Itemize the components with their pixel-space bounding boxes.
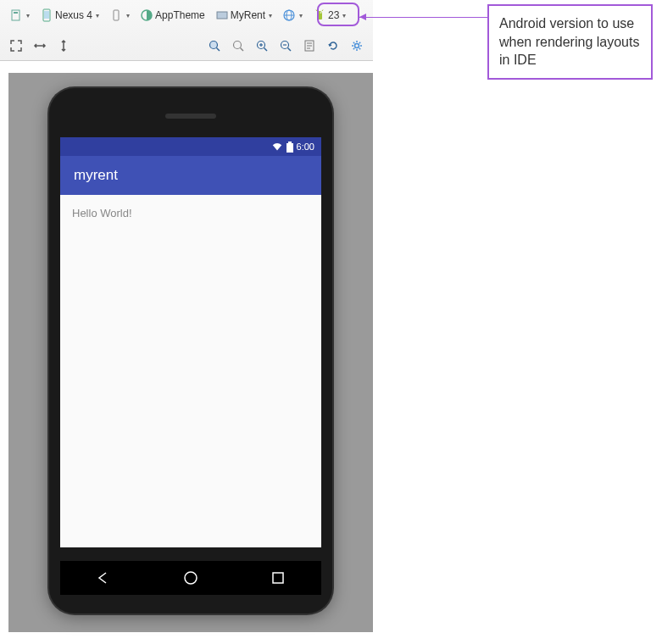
locale-selector[interactable]: ▾ <box>278 4 307 26</box>
device-screen: 6:00 myrent Hello World! <box>60 137 321 547</box>
document-lines-icon <box>303 39 316 53</box>
phone-speaker <box>165 114 216 119</box>
svg-rect-30 <box>286 143 293 153</box>
zoom-in-icon <box>255 39 269 53</box>
callout-connector-line <box>359 17 487 18</box>
app-action-bar: myrent <box>60 156 321 195</box>
svg-point-29 <box>355 44 359 48</box>
gear-icon <box>350 39 364 53</box>
svg-rect-1 <box>14 12 18 14</box>
orientation-icon <box>109 8 123 22</box>
zoom-out-button[interactable] <box>275 35 297 57</box>
chevron-down-icon: ▾ <box>96 12 99 19</box>
svg-point-11 <box>320 12 322 14</box>
svg-point-16 <box>234 42 242 49</box>
chevron-down-icon: ▾ <box>342 12 346 19</box>
zoom-controls-group <box>203 35 368 57</box>
zoom-fit-button[interactable] <box>5 35 27 57</box>
orientation-selector[interactable]: ▾ <box>105 4 134 26</box>
svg-line-13 <box>322 10 323 12</box>
zoom-actual-button[interactable] <box>203 35 225 57</box>
refresh-icon <box>326 39 340 53</box>
nav-recent-button[interactable] <box>268 568 288 588</box>
android-nav-bar <box>60 561 321 595</box>
zoom-vertical-button[interactable] <box>53 35 75 57</box>
arrows-horizontal-icon <box>33 39 47 53</box>
zoom-actual-icon <box>208 39 221 53</box>
callout-arrow-icon <box>359 14 366 20</box>
svg-line-17 <box>241 48 244 52</box>
device-frame: 6:00 myrent Hello World! <box>49 88 332 613</box>
api-label: 23 <box>328 9 339 21</box>
zoom-out-icon <box>279 39 292 53</box>
zoom-horizontal-button[interactable] <box>29 35 51 57</box>
zoom-in-button[interactable] <box>251 35 273 57</box>
chevron-down-icon: ▾ <box>26 12 30 19</box>
svg-rect-6 <box>217 12 227 19</box>
layout-preview-area: 6:00 myrent Hello World! <box>8 73 373 632</box>
device-selector[interactable]: Nexus 4 ▾ <box>36 4 103 26</box>
chevron-down-icon: ▾ <box>269 12 272 19</box>
app-content-area: Hello World! <box>60 195 321 231</box>
toolbar-row-1: ▾ Nexus 4 ▾ ▾ AppTheme <box>0 0 373 31</box>
refresh-button[interactable] <box>322 35 344 57</box>
app-title: myrent <box>74 167 118 184</box>
svg-rect-33 <box>273 573 283 583</box>
callout-text: Android version to use when rendering la… <box>499 16 639 67</box>
theme-selector[interactable]: AppTheme <box>136 4 209 26</box>
zoom-reset-icon <box>231 39 245 53</box>
chevron-down-icon: ▾ <box>299 12 303 19</box>
arrows-vertical-icon <box>57 39 70 53</box>
document-icon <box>9 8 23 22</box>
battery-icon <box>286 142 293 153</box>
chevron-down-icon: ▾ <box>126 12 130 19</box>
activity-selector[interactable]: MyRent ▾ <box>211 4 276 26</box>
hello-world-text: Hello World! <box>72 207 132 219</box>
layout-editor-toolbar: ▾ Nexus 4 ▾ ▾ AppTheme <box>0 0 373 61</box>
svg-rect-3 <box>44 11 49 19</box>
theme-label: AppTheme <box>155 9 205 21</box>
api-version-selector[interactable]: 23 ▾ <box>309 4 350 26</box>
design-surface-button[interactable]: ▾ <box>5 4 34 26</box>
notes-button[interactable] <box>298 35 320 57</box>
toolbar-row-2 <box>0 31 373 61</box>
status-time: 6:00 <box>297 142 314 152</box>
wifi-icon <box>271 141 283 153</box>
svg-line-12 <box>316 10 317 12</box>
svg-rect-4 <box>114 10 119 20</box>
svg-line-21 <box>264 48 268 52</box>
nav-back-button[interactable] <box>93 568 114 588</box>
svg-point-14 <box>210 42 218 49</box>
theme-icon <box>140 8 153 22</box>
svg-rect-0 <box>12 10 19 20</box>
device-label: Nexus 4 <box>55 9 92 21</box>
activity-icon <box>215 8 229 22</box>
android-icon <box>313 8 326 22</box>
nav-home-button[interactable] <box>181 568 201 588</box>
globe-icon <box>282 8 296 22</box>
settings-button[interactable] <box>346 35 368 57</box>
phone-icon <box>40 8 53 22</box>
svg-line-24 <box>288 48 292 52</box>
annotation-callout: Android version to use when rendering la… <box>487 4 653 80</box>
svg-rect-31 <box>288 142 292 143</box>
svg-line-15 <box>217 48 220 52</box>
activity-label: MyRent <box>231 9 265 21</box>
zoom-reset-button[interactable] <box>227 35 249 57</box>
svg-point-32 <box>185 572 197 584</box>
svg-point-10 <box>318 12 320 14</box>
expand-icon <box>9 39 23 53</box>
android-status-bar: 6:00 <box>60 137 321 156</box>
